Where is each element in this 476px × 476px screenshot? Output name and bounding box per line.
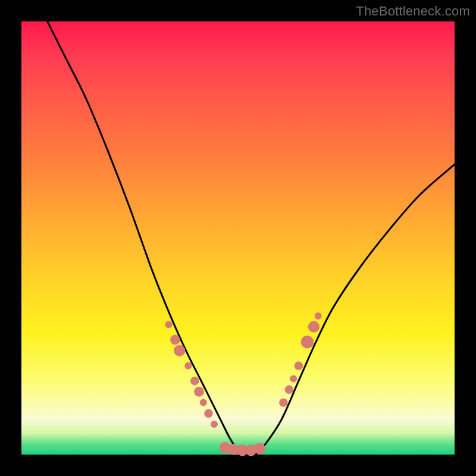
chart-svg <box>21 21 455 455</box>
outer-frame: TheBottleneck.com <box>0 0 476 476</box>
data-marker <box>279 398 287 406</box>
data-marker <box>204 409 212 418</box>
data-marker <box>200 399 207 406</box>
data-marker <box>254 443 265 454</box>
data-marker <box>170 335 180 345</box>
watermark-text: TheBottleneck.com <box>356 4 470 19</box>
data-marker <box>301 336 314 349</box>
data-marker <box>285 386 293 394</box>
data-marker <box>315 312 322 320</box>
plot-area <box>21 21 455 455</box>
data-marker <box>290 375 297 383</box>
data-marker <box>165 321 173 328</box>
data-marker <box>194 387 204 397</box>
data-marker <box>174 345 185 356</box>
data-marker <box>190 377 199 385</box>
data-marker <box>308 321 320 333</box>
data-marker <box>295 362 303 370</box>
data-marker <box>211 421 218 428</box>
bottleneck-curve <box>48 21 455 455</box>
data-marker <box>184 362 192 369</box>
marker-layer <box>165 312 322 456</box>
